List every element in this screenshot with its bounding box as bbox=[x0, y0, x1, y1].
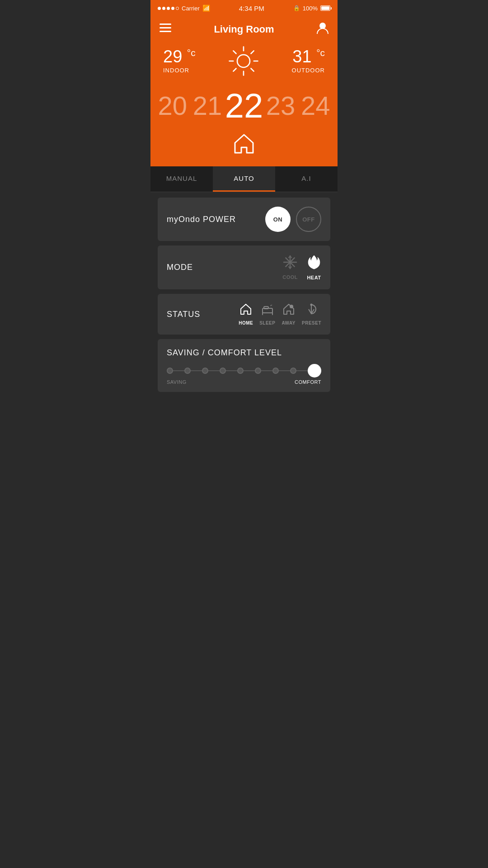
outdoor-temp-block: 31 °c OUTDOOR bbox=[292, 48, 325, 74]
slider-dot-6 bbox=[255, 368, 261, 374]
comfort-slider[interactable] bbox=[167, 366, 321, 376]
svg-point-26 bbox=[310, 304, 313, 306]
mode-heat[interactable]: HEAT bbox=[307, 255, 321, 280]
slider-dot-5 bbox=[237, 368, 244, 374]
comfort-sublabel: COMFORT bbox=[295, 379, 321, 385]
status-bar: Carrier 📶 4:34 PM 🔒 100% bbox=[150, 0, 338, 16]
battery-percent: 100% bbox=[303, 5, 318, 12]
mode-cool[interactable]: COOL bbox=[282, 255, 298, 280]
controls-section: myOndo POWER ON OFF MODE bbox=[150, 192, 338, 397]
home-status-icon bbox=[239, 303, 252, 319]
status-right: 🔒 100% bbox=[293, 5, 330, 12]
mode-tabs: MANUAL AUTO A.I bbox=[150, 166, 338, 192]
temp-option-22-active[interactable]: 22 bbox=[225, 89, 263, 123]
svg-point-3 bbox=[319, 23, 326, 29]
carrier-label: Carrier bbox=[182, 5, 200, 12]
mode-card: MODE COOL bbox=[158, 245, 330, 289]
weather-section: 29 °c INDOOR 31 °c OUTDOOR bbox=[150, 43, 338, 84]
signal-dot-5 bbox=[176, 7, 179, 10]
power-off-button[interactable]: OFF bbox=[296, 207, 321, 232]
home-status-label: HOME bbox=[239, 321, 253, 326]
preset-icon bbox=[305, 303, 318, 319]
wifi-icon: 📶 bbox=[202, 5, 210, 12]
outdoor-temp-label: OUTDOOR bbox=[292, 67, 325, 74]
status-away[interactable]: AWAY bbox=[282, 303, 296, 326]
power-toggle[interactable]: ON OFF bbox=[265, 207, 321, 232]
indoor-temp-block: 29 °c INDOOR bbox=[163, 48, 196, 74]
svg-line-11 bbox=[251, 51, 254, 53]
status-card: STATUS HOME bbox=[158, 294, 330, 335]
app-header: Living Room bbox=[150, 16, 338, 43]
away-status-label: AWAY bbox=[282, 321, 296, 326]
signal-dot-1 bbox=[158, 7, 161, 10]
tab-auto[interactable]: AUTO bbox=[213, 166, 275, 192]
status-preset[interactable]: PRESET bbox=[302, 303, 321, 326]
user-icon[interactable] bbox=[317, 22, 328, 37]
status-options: HOME SLEEP bbox=[239, 303, 321, 326]
away-icon bbox=[282, 303, 295, 319]
slider-dot-7 bbox=[272, 368, 279, 374]
temp-option-21[interactable]: 21 bbox=[190, 93, 225, 119]
slider-dot-2 bbox=[184, 368, 191, 374]
svg-line-10 bbox=[251, 68, 254, 71]
menu-icon[interactable] bbox=[160, 24, 171, 35]
signal-dot-3 bbox=[167, 7, 170, 10]
slider-handle[interactable] bbox=[308, 364, 321, 377]
svg-line-12 bbox=[233, 68, 236, 71]
svg-line-9 bbox=[233, 51, 236, 53]
mode-options: COOL HEAT bbox=[282, 255, 321, 280]
mode-label: MODE bbox=[167, 263, 193, 272]
tab-manual[interactable]: MANUAL bbox=[150, 166, 213, 192]
slider-sublabels: SAVING COMFORT bbox=[167, 379, 321, 385]
status-home[interactable]: HOME bbox=[239, 303, 253, 326]
temperature-picker[interactable]: 20 21 22 23 24 bbox=[150, 84, 338, 130]
slider-dot-1 bbox=[167, 368, 173, 374]
indoor-temp-value: 29 °c bbox=[163, 48, 196, 65]
slider-dot-8 bbox=[290, 368, 296, 374]
status-time: 4:34 PM bbox=[239, 5, 264, 12]
sun-icon bbox=[228, 45, 259, 77]
cool-label: COOL bbox=[282, 274, 298, 280]
temp-option-20[interactable]: 20 bbox=[155, 93, 190, 119]
status-sleep[interactable]: SLEEP bbox=[259, 303, 275, 326]
svg-rect-22 bbox=[264, 307, 268, 309]
saving-sublabel: SAVING bbox=[167, 379, 187, 385]
svg-point-25 bbox=[290, 305, 293, 308]
slider-dot-3 bbox=[202, 368, 208, 374]
battery-icon bbox=[320, 5, 330, 11]
sleep-icon bbox=[261, 303, 274, 319]
heat-label: HEAT bbox=[307, 275, 321, 280]
svg-rect-1 bbox=[160, 27, 171, 28]
home-icon-section bbox=[150, 130, 338, 166]
power-card: myOndo POWER ON OFF bbox=[158, 198, 330, 241]
svg-point-4 bbox=[237, 55, 250, 67]
saving-label: SAVING / COMFORT LEVEL bbox=[167, 348, 321, 358]
temp-option-24[interactable]: 24 bbox=[298, 93, 333, 119]
status-label: STATUS bbox=[167, 310, 200, 319]
power-label: myOndo POWER bbox=[167, 215, 236, 224]
sleep-status-label: SLEEP bbox=[259, 321, 275, 326]
indoor-temp-label: INDOOR bbox=[163, 67, 196, 74]
flame-icon bbox=[307, 255, 321, 273]
power-on-button[interactable]: ON bbox=[265, 207, 291, 232]
snowflake-icon bbox=[283, 255, 297, 273]
preset-status-label: PRESET bbox=[302, 321, 321, 326]
temp-option-23[interactable]: 23 bbox=[263, 93, 298, 119]
tab-ai[interactable]: A.I bbox=[275, 166, 338, 192]
slider-dot-4 bbox=[220, 368, 226, 374]
status-left: Carrier 📶 bbox=[158, 5, 210, 12]
svg-rect-2 bbox=[160, 31, 171, 32]
lock-icon: 🔒 bbox=[293, 5, 300, 11]
signal-dot-4 bbox=[171, 7, 174, 10]
signal-dot-2 bbox=[162, 7, 165, 10]
outdoor-temp-value: 31 °c bbox=[292, 48, 325, 65]
signal-dots bbox=[158, 7, 179, 10]
saving-card: SAVING / COMFORT LEVEL SAVING COMFORT bbox=[158, 339, 330, 392]
svg-rect-0 bbox=[160, 24, 171, 25]
page-title: Living Room bbox=[214, 24, 274, 35]
